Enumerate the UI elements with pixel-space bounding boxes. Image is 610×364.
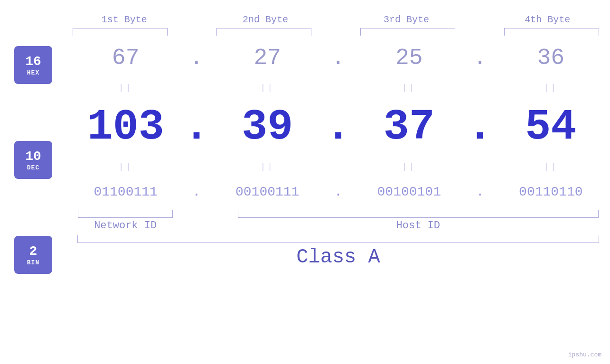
dec-badge: 10 DEC [14,141,52,179]
badges-column: 16 HEX 10 DEC 2 BIN [0,37,66,279]
hex-row: 67 . 27 . 25 . 36 [66,37,610,79]
class-section: Class A [66,235,610,269]
bracket-top-1 [73,28,168,36]
sep-hd-4: || [494,83,608,93]
hex-val-1: 67 [112,45,140,71]
hex-val-4: 36 [537,45,565,71]
dec-octet-2: 39 [210,103,324,151]
dec-octet-1: 103 [69,103,183,151]
host-id-label: Host ID [238,220,599,232]
bin-octet-2: 00100111 [210,185,324,199]
class-label: Class A [296,246,380,269]
content-column: 67 . 27 . 25 . 36 [66,37,610,269]
byte3-label: 3rd Byte [349,14,463,25]
dec-row: 103 . 39 . 37 . 54 [66,96,610,158]
dec-val-3: 37 [384,103,435,151]
byte4-label: 4th Byte [490,14,604,25]
bin-val-1: 01100111 [94,185,157,199]
dec-badge-num: 10 [25,149,41,165]
bin-octet-3: 00100101 [352,185,466,199]
hex-val-2: 27 [253,45,281,71]
bin-dot-3: . [470,185,489,199]
hex-octet-1: 67 [69,45,183,71]
sep-hd-2: || [210,83,324,93]
bin-badge-label: BIN [27,259,39,266]
watermark: ipshu.com [568,351,601,358]
hex-dot-3: . [470,45,489,71]
bin-badge: 2 BIN [14,236,52,274]
bracket-bottom-host [238,210,599,218]
hex-dot-1: . [187,45,206,71]
hex-dot-2: . [328,45,347,71]
bin-dot-2: . [328,185,347,199]
sep-db-3: || [352,162,466,171]
main-container: 1st Byte 2nd Byte 3rd Byte 4th Byte 16 H… [0,0,610,364]
hex-octet-4: 36 [494,45,608,71]
dec-badge-label: DEC [27,164,39,171]
sep-db-2: || [210,162,324,171]
dec-dot-1: . [187,103,206,151]
sep-db-4: || [494,162,608,171]
sep-dec-bin: || || || || [66,158,610,175]
byte1-label: 1st Byte [67,14,181,25]
bracket-bottom-net [78,210,173,218]
bin-badge-num: 2 [29,243,38,260]
bin-octet-4: 00110110 [494,185,608,199]
sep-hd-1: || [69,83,183,93]
bin-val-4: 00110110 [519,185,582,199]
dec-octet-4: 54 [494,103,608,151]
hex-octet-3: 25 [352,45,466,71]
bracket-top-3 [360,28,455,36]
hex-badge-num: 16 [25,54,41,70]
network-id-label: Network ID [78,220,173,232]
dec-dot-3: . [470,103,489,151]
bin-val-2: 00100111 [235,185,299,199]
bin-val-3: 00100101 [377,185,441,199]
bracket-top-4 [504,28,599,36]
dec-val-4: 54 [525,103,576,151]
class-bracket [77,235,599,243]
bin-row: 01100111 . 00100111 . 00100101 . [66,175,610,208]
sep-hex-dec: || || || || [66,79,610,96]
sep-db-1: || [69,162,183,171]
bin-dot-1: . [187,185,206,199]
hex-badge-label: HEX [27,69,39,76]
dec-dot-2: . [328,103,347,151]
dec-val-1: 103 [87,103,164,151]
bottom-bracket-row [66,210,610,218]
bracket-top-2 [216,28,311,36]
dec-val-2: 39 [242,103,293,151]
byte2-label: 2nd Byte [208,14,322,25]
main-layout: 16 HEX 10 DEC 2 BIN 67 . [0,37,610,279]
hex-octet-2: 27 [210,45,324,71]
id-labels-row: Network ID Host ID [66,220,610,232]
dec-octet-3: 37 [352,103,466,151]
hex-badge: 16 HEX [14,46,52,84]
hex-val-3: 25 [395,45,423,71]
bin-octet-1: 01100111 [69,185,183,199]
sep-hd-3: || [352,83,466,93]
